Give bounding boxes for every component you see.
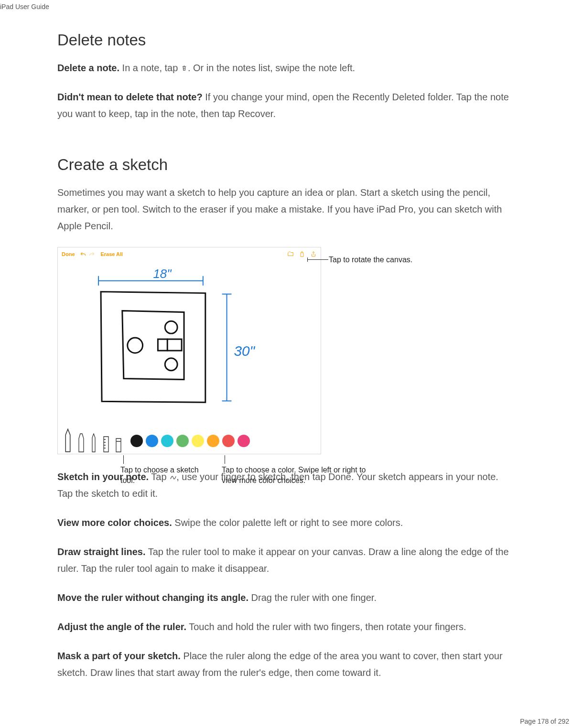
erase-all-button[interactable]: Erase All bbox=[101, 251, 123, 257]
para-draw-lines-bold: Draw straight lines. bbox=[57, 546, 146, 557]
color-black[interactable] bbox=[130, 435, 143, 447]
para-delete-note: Delete a note. In a note, tap . Or in th… bbox=[57, 60, 515, 76]
callout-tool: Tap to choose a sketch tool. bbox=[120, 465, 206, 485]
device-screen: Done Erase All bbox=[57, 247, 321, 454]
para-adjust-ruler-bold: Adjust the angle of the ruler. bbox=[57, 621, 186, 632]
sketch-height-label: 30" bbox=[234, 343, 255, 359]
color-cyan[interactable] bbox=[161, 435, 173, 447]
redo-icon[interactable] bbox=[88, 251, 95, 257]
color-green[interactable] bbox=[176, 435, 189, 447]
para-delete-note-bold: Delete a note. bbox=[57, 63, 119, 73]
sketch-canvas[interactable]: 18" 30" bbox=[58, 261, 321, 428]
color-blue[interactable] bbox=[146, 435, 158, 447]
color-red[interactable] bbox=[222, 435, 235, 447]
callout-line-rotate bbox=[307, 259, 328, 260]
callout-line-tool bbox=[123, 455, 124, 464]
eraser-tool[interactable] bbox=[113, 432, 124, 453]
page-content: Delete notes Delete a note. In a note, t… bbox=[0, 0, 572, 722]
para-view-colors-bold: View more color choices. bbox=[57, 517, 172, 528]
para-move-ruler-bold: Move the ruler without changing its angl… bbox=[57, 592, 248, 603]
para-adjust-ruler: Adjust the angle of the ruler. Touch and… bbox=[57, 619, 515, 635]
para-adjust-ruler-text: Touch and hold the ruler with two finger… bbox=[186, 621, 466, 632]
para-delete-note-text-b: . Or in the notes list, swipe the note l… bbox=[188, 63, 355, 73]
para-mask-sketch-bold: Mask a part of your sketch. bbox=[57, 651, 181, 661]
sketch-figure: Done Erase All bbox=[57, 247, 435, 454]
doc-header-title: iPad User Guide bbox=[0, 3, 49, 11]
marker-tool[interactable] bbox=[76, 432, 86, 453]
para-recover-note-bold: Didn't mean to delete that note? bbox=[57, 92, 203, 102]
rotate-canvas-icon[interactable] bbox=[299, 251, 305, 257]
para-sketch-intro: Sometimes you may want a sketch to help … bbox=[57, 184, 515, 235]
sketch-topbar: Done Erase All bbox=[58, 247, 321, 261]
para-mask-sketch: Mask a part of your sketch. Place the ru… bbox=[57, 648, 515, 681]
pencil-tool[interactable] bbox=[88, 432, 99, 453]
ruler-tool[interactable] bbox=[101, 432, 111, 453]
para-view-colors: View more color choices. Swipe the color… bbox=[57, 514, 515, 531]
page-number: Page 178 of 292 bbox=[520, 717, 569, 725]
undo-icon[interactable] bbox=[80, 251, 86, 257]
sketch-width-label: 18" bbox=[153, 267, 172, 280]
color-palette bbox=[130, 435, 250, 453]
sketch-toolbar bbox=[58, 428, 321, 454]
color-pink[interactable] bbox=[237, 435, 250, 447]
share-icon[interactable] bbox=[310, 251, 317, 257]
done-button[interactable]: Done bbox=[62, 251, 75, 257]
color-yellow[interactable] bbox=[192, 435, 204, 447]
trash-icon bbox=[181, 61, 188, 69]
callout-rotate: Tap to rotate the canvas. bbox=[329, 255, 415, 265]
folder-icon[interactable] bbox=[287, 251, 294, 257]
para-recover-note: Didn't mean to delete that note? If you … bbox=[57, 89, 515, 122]
para-view-colors-text: Swipe the color palette left or right to… bbox=[172, 517, 403, 528]
para-move-ruler: Move the ruler without changing its angl… bbox=[57, 589, 515, 606]
heading-create-sketch: Create a sketch bbox=[57, 156, 515, 174]
para-delete-note-text-a: In a note, tap bbox=[119, 63, 181, 73]
callout-line-color bbox=[225, 455, 225, 464]
svg-point-8 bbox=[165, 358, 177, 371]
svg-point-6 bbox=[128, 338, 143, 353]
pen-tool[interactable] bbox=[62, 428, 74, 453]
para-move-ruler-text: Drag the ruler with one finger. bbox=[248, 592, 377, 603]
svg-point-7 bbox=[165, 321, 177, 333]
callout-color: Tap to choose a color. Swipe left or rig… bbox=[222, 465, 375, 485]
para-draw-lines: Draw straight lines. Tap the ruler tool … bbox=[57, 544, 515, 577]
color-orange[interactable] bbox=[207, 435, 219, 447]
heading-delete-notes: Delete notes bbox=[57, 31, 515, 49]
